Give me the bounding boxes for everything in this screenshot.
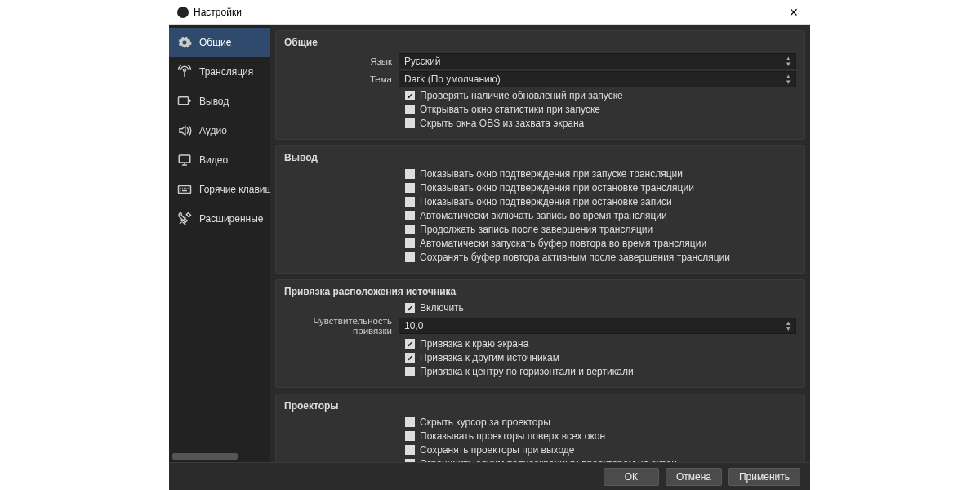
sidebar-item-output[interactable]: Вывод [169,87,270,116]
unchecked-icon [405,417,415,427]
snap-sensitivity-value: 10,0 [404,320,423,332]
apply-button[interactable]: Применить [728,468,800,486]
sidebar-item-audio[interactable]: Аудио [169,116,270,145]
sidebar-item-label: Общие [199,37,231,48]
sidebar-item-stream[interactable]: Трансляция [169,57,270,87]
sidebar-item-advanced[interactable]: Расширенные [169,204,270,234]
keep-recording-checkbox[interactable]: Продолжать запись после завершения транс… [284,224,796,235]
content-area: Общие Язык Русский ▴▾ Тема Dark (По умо [270,24,810,462]
unchecked-icon [405,367,415,376]
sidebar-item-general[interactable]: Общие [169,28,270,57]
keyboard-icon [176,182,194,197]
confirm-stop-stream-checkbox[interactable]: Показывать окно подтверждения при остано… [284,182,796,194]
snap-sensitivity-spinner[interactable]: 10,0 ▴▾ [399,318,796,334]
projector-save-exit-checkbox[interactable]: Сохранять проекторы при выходе [284,444,796,456]
unchecked-icon [405,459,415,462]
language-value: Русский [404,56,441,67]
snap-to-center-checkbox[interactable]: Привязка к центру по горизонтали и верти… [284,366,796,377]
language-combo[interactable]: Русский ▴▾ [399,53,796,69]
snap-to-other-checkbox[interactable]: ✔Привязка к другим источникам [284,352,796,363]
chevron-updown-icon: ▴▾ [786,56,791,67]
projector-hide-cursor-checkbox[interactable]: Скрыть курсор за проекторы [284,416,796,428]
chevron-updown-icon: ▴▾ [786,74,791,85]
projector-on-top-checkbox[interactable]: Показывать проекторы поверх всех окон [284,430,796,442]
snap-enable-checkbox[interactable]: ✔Включить [284,302,796,314]
hide-obs-checkbox[interactable]: Скрыть окна OBS из захвата экрана [284,118,796,129]
unchecked-icon [405,105,415,114]
checked-icon: ✔ [405,339,415,349]
check-updates-checkbox[interactable]: ✔Проверять наличие обновлений при запуск… [284,90,796,101]
sidebar-item-label: Видео [199,154,228,166]
sidebar-item-hotkeys[interactable]: Горячие клавиши [169,175,270,204]
sidebar-item-label: Расширенные [199,213,264,225]
sidebar: Общие Трансляция Вывод Аудио Видео Горяч… [169,24,270,462]
language-label: Язык [284,56,399,66]
footer: ОК Отмена Применить [169,462,810,490]
unchecked-icon [405,225,415,234]
group-output: Вывод Показывать окно подтверждения при … [275,145,805,274]
monitor-icon [176,153,194,167]
checked-icon: ✔ [405,303,415,313]
tools-icon [176,212,194,226]
group-projectors: Проекторы Скрыть курсор за проекторы Пок… [275,394,805,462]
unchecked-icon [405,211,415,220]
output-icon [176,94,194,109]
svg-rect-2 [179,186,191,194]
unchecked-icon [405,445,415,455]
theme-combo[interactable]: Dark (По умолчанию) ▴▾ [399,71,796,87]
group-snapping: Привязка расположения источника ✔Включит… [275,279,805,388]
keep-replay-checkbox[interactable]: Сохранять буфер повтора активным после з… [284,252,796,263]
theme-value: Dark (По умолчанию) [404,74,501,85]
speaker-icon [176,123,194,138]
sidebar-item-label: Аудио [199,125,227,136]
unchecked-icon [405,118,415,128]
unchecked-icon [405,252,415,262]
svg-rect-0 [179,97,189,105]
unchecked-icon [405,431,415,441]
group-title: Проекторы [284,400,796,412]
sidebar-item-label: Вывод [199,96,229,107]
projector-limit-one-checkbox[interactable]: Ограничить одним полноэкранным проекторо… [284,458,796,462]
cancel-button[interactable]: Отмена [666,468,722,486]
spinner-icon: ▴▾ [786,320,791,332]
unchecked-icon [405,183,415,193]
settings-window: Настройки ✕ Общие Трансляция Вывод Аудио [169,0,810,490]
confirm-stop-record-checkbox[interactable]: Показывать окно подтверждения при остано… [284,196,796,207]
confirm-start-stream-checkbox[interactable]: Показывать окно подтверждения при запуск… [284,168,796,180]
group-title: Вывод [284,152,796,163]
gear-icon [176,35,194,50]
window-body: Общие Трансляция Вывод Аудио Видео Горяч… [169,24,810,462]
sidebar-scrollbar[interactable] [169,451,270,462]
antenna-icon [176,65,194,79]
ok-button[interactable]: ОК [604,468,659,486]
group-general: Общие Язык Русский ▴▾ Тема Dark (По умо [275,30,805,140]
auto-record-checkbox[interactable]: Автоматически включать запись во время т… [284,210,796,221]
checked-icon: ✔ [405,91,415,100]
window-title: Настройки [194,7,242,18]
group-title: Общие [284,37,796,48]
sidebar-item-label: Трансляция [199,66,253,78]
theme-label: Тема [284,74,399,84]
unchecked-icon [405,197,415,207]
content-scroll[interactable]: Общие Язык Русский ▴▾ Тема Dark (По умо [270,24,810,462]
snap-sensitivity-label: Чувствительность привязки [284,316,399,336]
svg-rect-1 [179,155,190,163]
snap-to-edge-checkbox[interactable]: ✔Привязка к краю экрана [284,338,796,350]
titlebar: Настройки ✕ [169,0,810,24]
group-title: Привязка расположения источника [284,286,796,297]
auto-replay-checkbox[interactable]: Автоматически запускать буфер повтора во… [284,238,796,249]
unchecked-icon [405,169,415,179]
obs-logo-icon [177,7,189,18]
unchecked-icon [405,238,415,248]
close-button[interactable]: ✕ [777,0,810,24]
checked-icon: ✔ [405,353,415,363]
sidebar-item-video[interactable]: Видео [169,145,270,175]
sidebar-item-label: Горячие клавиши [199,184,270,195]
open-stats-checkbox[interactable]: Открывать окно статистики при запуске [284,104,796,115]
